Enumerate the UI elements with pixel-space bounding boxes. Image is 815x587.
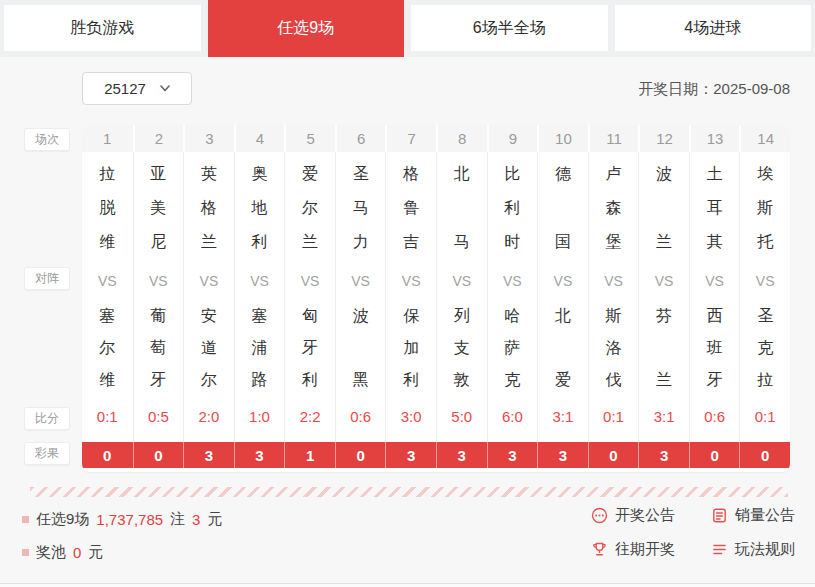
tab-4-goals[interactable]: 4场进球: [615, 5, 812, 51]
vs-cell: VS: [284, 262, 335, 300]
bullet-icon: [22, 516, 29, 523]
home-team-cell: 比利时: [487, 152, 538, 262]
draw-number-select[interactable]: 25127: [82, 72, 192, 105]
vs-row: VSVSVSVSVSVSVSVSVSVSVSVSVSVS: [82, 262, 790, 300]
row-label-session: 场次: [24, 128, 70, 151]
match-number-cell: 9: [487, 125, 538, 152]
draw-date-value: 2025-09-08: [713, 80, 790, 97]
draw-date: 开奖日期：2025-09-08: [638, 80, 790, 99]
tab-win-lose-game[interactable]: 胜负游戏: [4, 5, 201, 51]
home-team-row: 拉脱维亚美尼英格兰奥地利爱尔兰圣马力格鲁吉北马比利时德国卢森堡波兰土耳其埃斯托: [82, 152, 790, 262]
away-team-cell: 西班牙: [689, 300, 740, 400]
link-past-draws[interactable]: 往期开奖: [591, 539, 711, 560]
away-team-cell: 保加利: [385, 300, 436, 400]
away-team-cell: 葡萄牙: [133, 300, 184, 400]
score-cell: 0:1: [588, 400, 639, 442]
away-team-cell: 哈萨克: [487, 300, 538, 400]
result-cell: 3: [487, 442, 538, 468]
match-number-cell: 4: [234, 125, 285, 152]
chevron-down-icon: [160, 85, 170, 92]
section-divider: [0, 583, 815, 587]
result-cell: 1: [284, 442, 335, 468]
match-number-cell: 11: [588, 125, 639, 152]
home-team-cell: 圣马力: [335, 152, 386, 262]
home-team-cell: 亚美尼: [133, 152, 184, 262]
vs-cell: VS: [537, 262, 588, 300]
link-draw-announcement[interactable]: 开奖公告: [591, 505, 711, 526]
vs-cell: VS: [689, 262, 740, 300]
bullet-icon: [22, 549, 29, 556]
result-row: 00331033330300: [82, 442, 790, 468]
row-label-result: 彩果: [24, 442, 70, 465]
diagonal-stripes-divider: [30, 487, 788, 497]
link-label: 开奖公告: [615, 506, 675, 525]
result-cell: 0: [335, 442, 386, 468]
vs-cell: VS: [335, 262, 386, 300]
result-cell: 3: [638, 442, 689, 468]
home-team-cell: 奥地利: [234, 152, 285, 262]
away-team-cell: 塞尔维: [82, 300, 133, 400]
sales-summary-line: 任选9场 1,737,785 注 3 元: [22, 510, 229, 529]
vs-cell: VS: [739, 262, 790, 300]
away-team-cell: 圣克拉: [739, 300, 790, 400]
score-cell: 3:1: [638, 400, 689, 442]
pool-unit: 元: [88, 543, 103, 562]
rules-list-icon: [711, 541, 728, 558]
home-team-cell: 德国: [537, 152, 588, 262]
link-label: 销量公告: [735, 506, 795, 525]
home-team-cell: 拉脱维: [82, 152, 133, 262]
result-cell: 0: [82, 442, 133, 468]
tab-pick-9[interactable]: 任选9场: [208, 0, 405, 57]
vs-cell: VS: [487, 262, 538, 300]
result-cell: 3: [385, 442, 436, 468]
vs-cell: VS: [588, 262, 639, 300]
away-team-row: 塞尔维葡萄牙安道尔塞浦路匈牙利波黑保加利列支敦哈萨克北爱斯洛伐芬兰西班牙圣克拉: [82, 300, 790, 400]
pool-summary-line: 奖池 0 元: [22, 543, 110, 562]
tab-6-half-full[interactable]: 6场半全场: [411, 5, 608, 51]
result-cell: 3: [436, 442, 487, 468]
away-team-cell: 塞浦路: [234, 300, 285, 400]
row-label-score: 比分: [24, 407, 70, 430]
home-team-cell: 格鲁吉: [385, 152, 436, 262]
vs-cell: VS: [133, 262, 184, 300]
score-cell: 0:6: [689, 400, 740, 442]
away-team-cell: 北爱: [537, 300, 588, 400]
result-cell: 0: [739, 442, 790, 468]
away-team-cell: 斯洛伐: [588, 300, 639, 400]
result-cell: 3: [183, 442, 234, 468]
home-team-cell: 埃斯托: [739, 152, 790, 262]
match-number-cell: 12: [638, 125, 689, 152]
score-cell: 0:1: [739, 400, 790, 442]
result-cell: 0: [689, 442, 740, 468]
away-team-cell: 安道尔: [183, 300, 234, 400]
vs-cell: VS: [183, 262, 234, 300]
home-team-cell: 爱尔兰: [284, 152, 335, 262]
draw-number-value: 25127: [104, 80, 146, 97]
home-team-cell: 土耳其: [689, 152, 740, 262]
home-team-cell: 北马: [436, 152, 487, 262]
vs-cell: VS: [385, 262, 436, 300]
link-label: 玩法规则: [735, 540, 795, 559]
ticket-price: 3: [192, 511, 200, 528]
match-number-cell: 1: [82, 125, 133, 152]
score-cell: 2:0: [183, 400, 234, 442]
match-number-row: 1234567891011121314: [82, 125, 790, 152]
link-label: 往期开奖: [615, 540, 675, 559]
link-sales-announcement[interactable]: 销量公告: [711, 505, 815, 526]
result-cell: 3: [537, 442, 588, 468]
score-cell: 0:1: [82, 400, 133, 442]
result-cell: 0: [133, 442, 184, 468]
match-number-cell: 3: [183, 125, 234, 152]
link-game-rules[interactable]: 玩法规则: [711, 539, 815, 560]
announcement-circle-icon: [591, 507, 608, 524]
lottery-results-page: 胜负游戏 任选9场 6场半全场 4场进球 25127 开奖日期：2025-09-…: [0, 0, 815, 587]
home-team-cell: 英格兰: [183, 152, 234, 262]
match-number-cell: 8: [436, 125, 487, 152]
vs-cell: VS: [638, 262, 689, 300]
away-team-cell: 芬兰: [638, 300, 689, 400]
score-cell: 2:2: [284, 400, 335, 442]
match-number-cell: 13: [689, 125, 740, 152]
home-team-cell: 波兰: [638, 152, 689, 262]
result-cell: 3: [234, 442, 285, 468]
sales-report-icon: [711, 507, 728, 524]
